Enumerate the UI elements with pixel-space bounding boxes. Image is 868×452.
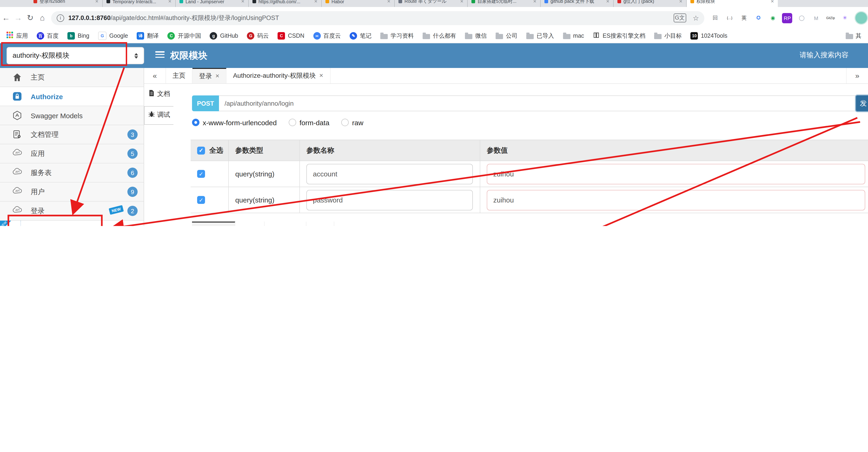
forward-icon[interactable]: → bbox=[12, 13, 24, 23]
response-tab-Raw[interactable]: Raw bbox=[235, 222, 265, 226]
bookmark-item[interactable]: 译翻译 bbox=[137, 32, 159, 40]
back-icon[interactable]: ← bbox=[0, 13, 12, 23]
extension-icon[interactable]: 回 bbox=[710, 13, 720, 23]
collapse-left-icon[interactable]: « bbox=[144, 68, 165, 83]
home-icon[interactable]: ⌂ bbox=[36, 13, 48, 23]
sidebar-item-文档管理[interactable]: 文档管理3 bbox=[0, 125, 144, 144]
tab-close-icon[interactable]: ✕ bbox=[314, 0, 317, 4]
reload-icon[interactable]: ↻ bbox=[24, 13, 36, 23]
sidebar-item-用户[interactable]: API用户9 bbox=[0, 182, 144, 202]
doc-tab-主页[interactable]: 主页 bbox=[165, 68, 192, 83]
param-checkbox[interactable]: ✓ bbox=[197, 170, 205, 178]
bookmark-item[interactable]: 已导入 bbox=[526, 32, 554, 40]
send-button[interactable]: 发 bbox=[855, 94, 868, 112]
bookmark-item[interactable]: G码云 bbox=[247, 32, 269, 40]
tab-close-icon[interactable]: ✕ bbox=[387, 0, 391, 4]
sidebar-item-应用[interactable]: API应用5 bbox=[0, 144, 144, 163]
browser-tab[interactable]: Temporary Interacti...✕ bbox=[103, 0, 176, 7]
close-icon[interactable]: ✕ bbox=[215, 73, 219, 79]
bookmark-item[interactable]: 百百度 bbox=[37, 32, 59, 40]
bookmark-item[interactable]: 学习资料 bbox=[380, 32, 414, 40]
browser-tab[interactable]: 权限模块✕ bbox=[687, 0, 778, 7]
address-bar[interactable]: i 127.0.0.1:8760/api/gate/doc.html#/auth… bbox=[51, 11, 705, 25]
response-tab-Curl[interactable]: Curl bbox=[306, 222, 334, 226]
param-name-input[interactable]: account bbox=[306, 164, 473, 184]
tab-close-icon[interactable]: ✕ bbox=[771, 0, 774, 4]
bookmark-item[interactable]: gGitHub bbox=[210, 32, 238, 39]
extension-icon[interactable]: {…} bbox=[724, 13, 735, 23]
translate-icon[interactable]: G文 bbox=[674, 13, 686, 22]
bookmark-item[interactable]: mac bbox=[563, 33, 584, 39]
bookmark-item[interactable]: 其 bbox=[845, 32, 862, 40]
more-tabs-icon[interactable]: » bbox=[846, 68, 868, 83]
bookmark-item[interactable]: 应用 bbox=[6, 32, 28, 40]
select-all-checkbox[interactable]: ✓ bbox=[197, 146, 205, 154]
menu-icon[interactable] bbox=[155, 51, 164, 59]
module-select[interactable]: authority-权限模块 bbox=[6, 47, 144, 64]
doc-tab-Authorize-authority-权限模块[interactable]: Authorize-authority-权限模块✕ bbox=[226, 68, 330, 83]
extension-icon[interactable]: ✪ bbox=[753, 13, 764, 23]
content-type-radio-form-data[interactable]: form-data bbox=[289, 118, 329, 126]
extension-icon[interactable]: ✳ bbox=[840, 13, 850, 23]
tab-close-icon[interactable]: ✕ bbox=[679, 0, 682, 4]
param-checkbox[interactable]: ✓ bbox=[197, 196, 205, 204]
bookmark-item[interactable]: ✎笔记 bbox=[350, 32, 371, 40]
browser-tab[interactable]: g位入门 (pack)✕ bbox=[614, 0, 687, 7]
bookmark-item[interactable]: 101024Tools bbox=[691, 32, 727, 39]
bookmark-item[interactable]: 微信 bbox=[465, 32, 487, 40]
bookmark-item[interactable]: bBing bbox=[67, 32, 89, 39]
tab-close-icon[interactable]: ✕ bbox=[241, 0, 245, 4]
param-value-input[interactable]: zuihou bbox=[487, 190, 865, 210]
bookmark-item[interactable]: ∞百度云 bbox=[313, 32, 341, 40]
param-value-input[interactable]: zuihou bbox=[487, 164, 865, 184]
bookmark-item[interactable]: ES搜索引擎文档 bbox=[593, 32, 645, 40]
sidebar-item-Authorize[interactable]: Authorize bbox=[0, 87, 144, 106]
tab-close-icon[interactable]: ✕ bbox=[533, 0, 536, 4]
browser-tab[interactable]: 登录/s2sden✕ bbox=[30, 0, 103, 7]
content-type-radio-raw[interactable]: raw bbox=[341, 118, 363, 126]
site-info-icon[interactable]: i bbox=[57, 14, 64, 22]
sidebar-item-主页[interactable]: 主页 bbox=[0, 68, 144, 87]
browser-tab[interactable]: Route 串くタツール✕ bbox=[395, 0, 468, 7]
response-tab-Headers[interactable]: Headers bbox=[265, 222, 306, 226]
browser-tab[interactable]: github pack 文件下载✕ bbox=[541, 0, 614, 7]
tab-close-icon[interactable]: ✕ bbox=[606, 0, 610, 4]
bookmark-item[interactable]: CCSDN bbox=[278, 32, 305, 39]
extension-icon[interactable]: ◯ bbox=[797, 13, 807, 23]
tab-close-icon[interactable]: ✕ bbox=[168, 0, 172, 4]
bookmark-star-icon[interactable]: ☆ bbox=[693, 14, 699, 22]
bookmark-item[interactable]: 公司 bbox=[496, 32, 518, 40]
extension-icon[interactable]: 英 bbox=[739, 13, 749, 23]
browser-tab[interactable]: 自家搭建5元临时...✕ bbox=[468, 0, 541, 7]
close-icon[interactable]: ✕ bbox=[319, 73, 323, 79]
avatar[interactable] bbox=[855, 11, 868, 25]
sidebar-item-label: 用户 bbox=[31, 187, 44, 196]
tab-debug[interactable]: 调试 bbox=[148, 110, 170, 119]
browser-tab[interactable]: Habor✕ bbox=[322, 0, 395, 7]
tab-close-icon[interactable]: ✕ bbox=[95, 0, 99, 4]
browser-tab[interactable]: https://github.com/...✕ bbox=[249, 0, 322, 7]
tab-document[interactable]: 文档 bbox=[148, 89, 170, 98]
extension-icon[interactable]: GitZip bbox=[826, 13, 836, 23]
bookmark-item[interactable]: 什么都有 bbox=[423, 32, 456, 40]
sidebar-endpoint-post[interactable]: NEWPOST登录 bbox=[0, 221, 144, 226]
bookmark-item[interactable]: 小目标 bbox=[654, 32, 682, 40]
sidebar-item-服务表[interactable]: API服务表6 bbox=[0, 163, 144, 182]
request-url-input[interactable]: /api/authority/anno/login bbox=[219, 95, 857, 111]
sidebar-item-登录[interactable]: API登录NEW2 bbox=[0, 202, 144, 221]
bookmark-item[interactable]: C开源中国 bbox=[167, 32, 201, 40]
extension-icon[interactable]: ◉ bbox=[768, 13, 778, 23]
extension-icon[interactable]: RP bbox=[782, 13, 793, 23]
param-name-input[interactable]: password bbox=[306, 190, 473, 210]
extension-icon[interactable]: M bbox=[811, 13, 821, 23]
tab-close-icon[interactable]: ✕ bbox=[460, 0, 464, 4]
search-input[interactable]: 请输入搜索内容 bbox=[800, 51, 848, 60]
content-type-radio-x-www-form-urlencoded[interactable]: x-www-form-urlencoded bbox=[192, 118, 277, 126]
response-tab-响应内容[interactable]: 响应内容 bbox=[192, 222, 235, 226]
bookmark-item[interactable]: GGoogle bbox=[98, 32, 128, 40]
browser-tab[interactable]: Land - Jumpserver✕ bbox=[176, 0, 249, 7]
doc-tab-登录[interactable]: 登录✕ bbox=[192, 68, 226, 83]
sidebar-item-label: 应用 bbox=[31, 149, 44, 158]
bookmark-favicon: 百 bbox=[37, 32, 44, 39]
sidebar-item-Swagger Models[interactable]: Swagger Models bbox=[0, 106, 144, 125]
